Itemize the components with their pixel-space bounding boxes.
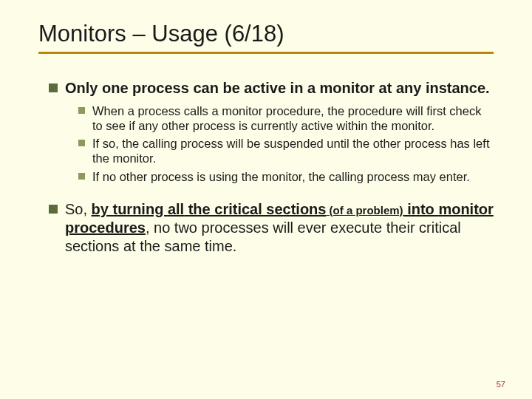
sub-bullet-1: When a process calls a monitor procedure… [78, 103, 494, 133]
sub-bullet-1-text: When a process calls a monitor procedure… [92, 103, 494, 133]
sub-bullet-2-text: If so, the calling process will be suspe… [92, 136, 494, 166]
bullet-1: Only one process can be active in a moni… [49, 79, 494, 98]
square-bullet-icon [49, 205, 58, 214]
bullet-1-text: Only one process can be active in a moni… [65, 79, 490, 98]
b2-pre: So, [65, 201, 92, 217]
square-bullet-icon [78, 107, 85, 114]
title-underline [38, 52, 494, 54]
sub-bullet-3: If no other process is using the monitor… [78, 169, 494, 184]
bullet-2-text: So, by turning all the critical sections… [65, 200, 494, 256]
square-bullet-icon [78, 140, 85, 146]
slide-title: Monitors – Usage (6/18) [38, 21, 494, 47]
sub-bullet-3-text: If no other process is using the monitor… [92, 169, 470, 184]
square-bullet-icon [49, 83, 58, 92]
b2-paren: (of a problem) [326, 204, 403, 216]
square-bullet-icon [78, 173, 85, 180]
page-number: 57 [497, 380, 505, 389]
bullet-2: So, by turning all the critical sections… [49, 200, 494, 256]
b2-phrase2: the critical sections [184, 201, 326, 217]
sub-bullet-2: If so, the calling process will be suspe… [78, 136, 494, 166]
b2-phrase1: by turning [92, 201, 168, 217]
b2-all: all [168, 201, 184, 217]
